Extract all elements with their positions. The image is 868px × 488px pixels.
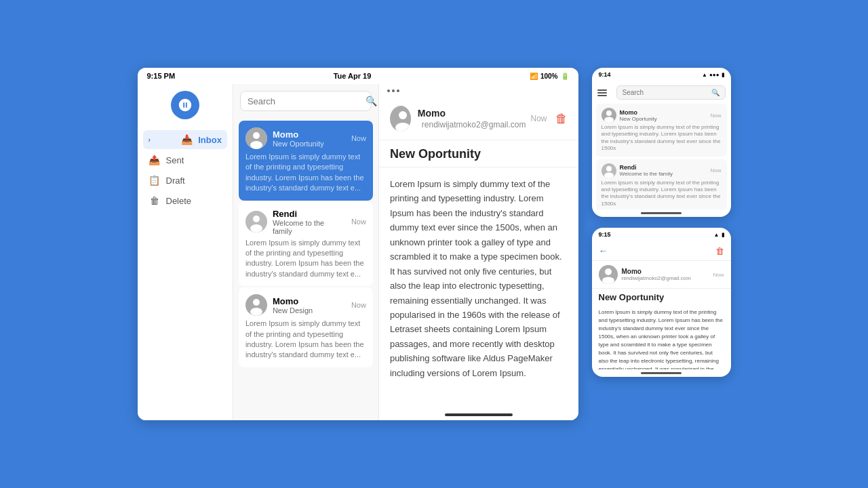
logo-icon — [178, 98, 193, 113]
hamburger-line-2 — [597, 92, 607, 94]
phone-list-home-bar — [641, 212, 682, 214]
detail-avatar — [390, 106, 411, 131]
phone-search-bar: 🔍 — [616, 85, 726, 100]
email-preview-1: Lorem Ipsum is simply dummy text of the … — [245, 238, 366, 280]
draft-icon: 📋 — [149, 175, 161, 186]
phone-screens: 9:14 ▲ ●●● ▮ 🔍 — [592, 68, 731, 377]
sidebar-item-delete[interactable]: 🗑 Delete — [143, 191, 227, 210]
main-app-screen: 9:15 PM Tue Apr 19 📶 100% 🔋 — [138, 68, 578, 420]
sidebar-nav: › 📥 Inbox 📤 Sent 📋 Draft 🗑 Delete — [138, 130, 233, 210]
svg-point-1 — [253, 132, 260, 139]
status-date: Tue Apr 19 — [334, 72, 372, 80]
sidebar-label-sent: Sent — [166, 155, 184, 165]
email-time-1: Now — [351, 218, 366, 226]
phone-detail-home-indicator — [592, 369, 731, 377]
hamburger-icon[interactable] — [597, 89, 607, 96]
detail-actions: Now 🗑 — [530, 112, 567, 126]
battery-percentage: 100% — [540, 73, 558, 80]
email-time-2: Now — [351, 301, 366, 309]
email-sender-2: Momo — [273, 296, 346, 306]
svg-point-23 — [602, 277, 614, 285]
sidebar-logo — [138, 91, 233, 119]
sidebar-label-inbox: Inbox — [198, 135, 222, 145]
phone-list-status-bar: 9:14 ▲ ●●● ▮ — [592, 68, 731, 81]
svg-point-7 — [253, 299, 260, 306]
phone-signal-icon: ●●● — [709, 72, 719, 78]
phone-delete-button[interactable]: 🗑 — [715, 246, 724, 256]
email-preview-0: Lorem Ipsum is simply dummy text of the … — [245, 152, 366, 194]
email-preview-2: Lorem Ipsum is simply dummy text of the … — [245, 319, 366, 361]
svg-point-10 — [399, 111, 407, 119]
sent-icon: 📤 — [149, 155, 161, 165]
phone-sender-0: Momo — [620, 109, 707, 116]
wifi-icon: 📶 — [530, 73, 538, 80]
sidebar-item-sent[interactable]: 📤 Sent — [143, 150, 227, 169]
chevron-icon: › — [149, 136, 151, 144]
sidebar-item-inbox[interactable]: › 📥 Inbox — [143, 130, 227, 149]
email-item-0[interactable]: Momo New Oportunity Now Lorem Ipsum is s… — [239, 121, 373, 201]
email-subject-2: New Design — [273, 306, 346, 314]
email-time-0: Now — [351, 134, 366, 142]
phone-detail-meta: Momo rendiwijatmoko2@gmail.com — [622, 268, 709, 281]
email-item-meta-1: Rendi Welcome to the family — [273, 209, 346, 235]
dot-3 — [397, 89, 399, 92]
search-input[interactable] — [248, 96, 361, 106]
dots-menu — [379, 84, 578, 98]
phone-email-item-0[interactable]: Momo New Oportunity Now Lorem Ipsum is s… — [596, 104, 727, 157]
sidebar: › 📥 Inbox 📤 Sent 📋 Draft 🗑 Delete — [138, 84, 233, 420]
delete-icon: 🗑 — [149, 195, 161, 206]
delete-email-button[interactable]: 🗑 — [555, 112, 568, 126]
search-bar-container: 🔍 — [240, 91, 372, 111]
phone-email-item-1[interactable]: Rendi Welcome to the family Now Lorem Ip… — [596, 159, 727, 209]
email-item-1[interactable]: Rendi Welcome to the family Now Lorem Ip… — [239, 202, 373, 287]
phone-detail-body: Lorem Ipsum is simply dummy text of the … — [592, 306, 731, 369]
home-bar — [445, 413, 513, 416]
phone-email-list: Momo New Oportunity Now Lorem Ipsum is s… — [592, 104, 731, 209]
phone-wifi-icon: ▲ — [702, 72, 707, 78]
phone-detail-status-bar: 9:15 ▲ ▮ — [592, 228, 731, 241]
phone-list-home-indicator — [592, 209, 731, 217]
hamburger-line-1 — [597, 89, 607, 91]
phone-detail-sender-email: rendiwijatmoko2@gmail.com — [622, 275, 709, 281]
email-sender-1: Rendi — [273, 209, 346, 219]
sidebar-label-draft: Draft — [166, 176, 185, 186]
email-item-header-2: Momo New Design Now — [245, 294, 366, 316]
phone-detail-battery-icon: ▮ — [722, 232, 724, 238]
phone-subject-1: Welcome to the family — [620, 171, 707, 177]
email-item-meta-0: Momo New Oportunity — [273, 129, 346, 148]
email-list-panel: 🔍 — [233, 84, 379, 420]
avatar-0 — [245, 127, 267, 149]
sidebar-item-draft[interactable]: 📋 Draft — [143, 171, 227, 190]
svg-point-16 — [606, 166, 612, 171]
email-item-header-0: Momo New Oportunity Now — [245, 127, 366, 149]
phone-time-0: Now — [710, 113, 721, 119]
sidebar-label-delete: Delete — [166, 196, 192, 206]
phone-detail-sender-name: Momo — [622, 268, 709, 275]
phone-back-button[interactable]: ← — [599, 245, 608, 256]
svg-point-2 — [250, 141, 262, 149]
phone-search-input[interactable] — [623, 89, 709, 96]
inbox-icon: 📥 — [180, 134, 193, 145]
phone-battery-icon: ▮ — [722, 72, 724, 78]
detail-sender-info: Momo rendiwijatmoko2@gmail.com — [390, 106, 531, 131]
phone-email-header-0: Momo New Oportunity Now — [601, 108, 722, 123]
phone-detail-screen: 9:15 ▲ ▮ ← 🗑 Momo — [592, 228, 731, 377]
status-icons: 📶 100% 🔋 — [530, 73, 569, 80]
email-subject-0: New Oportunity — [273, 140, 346, 148]
phone-preview-1: Lorem Ipsum is simply dummy text of the … — [601, 180, 722, 208]
phone-email-meta-1: Rendi Welcome to the family — [620, 164, 707, 177]
phone-search-icon: 🔍 — [711, 89, 719, 96]
phone-time-1: Now — [710, 167, 721, 174]
detail-subject: New Oportunity — [379, 140, 578, 167]
app-body: › 📥 Inbox 📤 Sent 📋 Draft 🗑 Delete — [138, 84, 578, 420]
phone-avatar-1 — [601, 163, 616, 178]
phone-detail-status-icons: ▲ ▮ — [714, 232, 724, 238]
dot-1 — [387, 89, 390, 92]
phone-list-screen: 9:14 ▲ ●●● ▮ 🔍 — [592, 68, 731, 217]
detail-sender-email: rendiwijatmoko2@gmail.com — [422, 120, 526, 129]
email-sender-0: Momo — [273, 129, 346, 140]
email-item-2[interactable]: Momo New Design Now Lorem Ipsum is simpl… — [239, 287, 373, 367]
detail-body: Lorem Ipsum is simply dummy text of the … — [379, 167, 578, 409]
phone-detail-header: ← 🗑 — [592, 241, 731, 261]
search-icon[interactable]: 🔍 — [366, 96, 377, 106]
